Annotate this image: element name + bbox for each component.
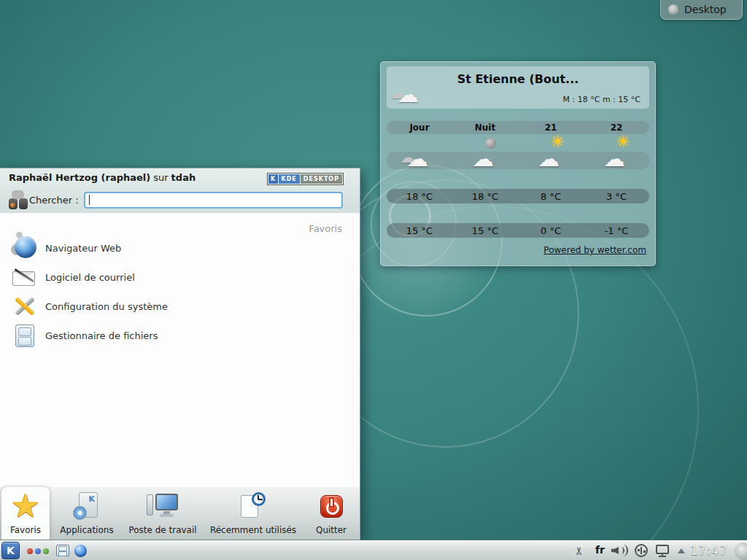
sun-cloud-icon: ☀☁ [599,138,634,167]
tab-favoris[interactable]: ★ Favoris [1,487,50,540]
tab-applications[interactable]: K Applications [53,487,121,540]
clipboard-scissors-icon[interactable]: ✂ [573,546,586,556]
kde-desktop-badge: K KDE DESKTOP [267,173,344,185]
system-settings-icon [12,294,37,319]
star-icon: ★ [11,491,39,521]
search-input[interactable] [84,192,343,209]
file-manager-launcher-icon[interactable] [56,545,69,556]
tab-label: Récemment utilisés [210,525,296,535]
desktop-toolbox-button[interactable]: Desktop [660,0,743,20]
weather-col-label: Nuit [452,122,518,133]
temp-value: 18 °C [452,191,518,202]
favorite-item-label: Gestionnaire de fichiers [45,330,158,341]
temp-value: 8 °C [518,191,584,202]
tab-recemment-utilises[interactable]: Récemment utilisés [203,487,303,540]
favorite-item-web-browser[interactable]: Navigateur Web [0,233,360,262]
kickoff-header: Raphaël Hertzog (raphael)surtdah K KDE D… [0,168,360,214]
weather-col-label: 21 [518,122,584,133]
digital-clock[interactable]: 17:47 [690,543,728,558]
kde-logo-icon: K [268,174,278,184]
temp-value: 15 °C [452,225,518,236]
user-name: Raphaël Hertzog (raphael) [9,172,150,183]
computer-icon [146,492,179,520]
weather-credit-link[interactable]: Powered by wetter.com [543,245,646,255]
file-manager-icon [15,324,34,347]
weather-widget: ☁☁ St Etienne (Bout... M : 18 °C m : 15 … [380,61,656,266]
favorite-item-system-settings[interactable]: Configuration du système [0,292,360,321]
cloudy-icon: ☁☁ [402,138,437,167]
weather-max-min: M : 18 °C m : 15 °C [563,95,640,104]
search-label: Chercher : [29,195,79,206]
weather-location-title: St Etienne (Bout... [387,72,649,86]
kmenu-button[interactable]: K [1,542,20,559]
panel-cashew-icon[interactable] [735,542,747,560]
tab-label: Quitter [316,525,347,535]
weather-col-label: 22 [584,122,649,133]
web-browser-icon [12,236,37,260]
blue-dot-icon [35,548,41,554]
network-monitor-icon[interactable] [656,545,669,554]
weather-column-headers: Jour Nuit 21 22 [387,121,649,134]
kickoff-tab-bar: ★ Favoris K Applications Poste de travai… [0,486,360,540]
temp-value: 15 °C [387,225,452,236]
mail-client-icon [12,265,37,289]
temp-value: 18 °C [387,191,452,202]
systray-expand-arrow[interactable] [678,548,685,553]
temp-value: 0 °C [518,225,584,236]
desktop-badge-label: DESKTOP [301,174,342,184]
tab-label: Applications [60,525,113,535]
title-connector: sur [153,172,168,183]
host-name: tdah [171,172,196,183]
power-icon [320,495,343,518]
device-notifier-icon[interactable] [635,544,648,557]
text-caret [89,195,90,205]
favorite-item-file-manager[interactable]: Gestionnaire de fichiers [0,321,360,350]
temp-value: -1 °C [584,225,649,236]
activity-dots-icon[interactable] [27,548,49,554]
desktop-background: Desktop ☁☁ St Etienne (Bout... M : 18 °C… [0,0,747,560]
kickoff-user-title: Raphaël Hertzog (raphael)surtdah [9,172,196,183]
weather-low-temps-row: 15 °C 15 °C 0 °C -1 °C [387,223,649,238]
favorite-item-label: Navigateur Web [45,243,121,254]
kickoff-favorites-list: Favoris Navigateur Web Logiciel de courr… [0,214,360,486]
search-binoculars-icon [9,190,28,209]
recent-documents-icon [239,492,268,520]
weather-header: ☁☁ St Etienne (Bout... M : 18 °C m : 15 … [387,66,649,109]
weather-condition-icons: ☁☁ ☁ ☀☁ ☀☁ [387,138,649,170]
keyboard-layout-indicator[interactable]: fr [595,544,605,556]
weather-high-temps-row: 18 °C 18 °C 8 °C 3 °C [387,189,649,203]
tab-quitter[interactable]: Quitter [306,487,357,540]
tab-label: Poste de travail [128,525,196,535]
applications-package-icon: K [73,492,101,520]
kde-badge-label: KDE [279,174,300,184]
desktop-toolbox-label: Desktop [684,4,727,15]
web-browser-launcher-icon[interactable] [74,545,87,557]
red-dot-icon [27,548,33,554]
favorite-item-mail-client[interactable]: Logiciel de courriel [0,262,360,292]
temp-value: 3 °C [584,191,649,202]
tab-poste-de-travail[interactable]: Poste de travail [124,487,201,540]
bottom-panel: K ✂ fr 17:47 [0,540,747,560]
favorite-item-label: Logiciel de courriel [45,272,135,283]
sun-cloud-icon: ☀☁ [533,138,568,167]
cloudy-night-icon: ☁ [468,138,503,167]
kickoff-menu: Raphaël Hertzog (raphael)surtdah K KDE D… [0,168,360,540]
plasma-cashew-icon [668,4,678,15]
weather-col-label: Jour [387,122,452,133]
favorite-item-label: Configuration du système [45,301,168,312]
volume-icon[interactable] [611,544,629,557]
favorites-section-header: Favoris [309,223,342,234]
tab-label: Favoris [10,525,41,535]
green-dot-icon [43,548,49,554]
